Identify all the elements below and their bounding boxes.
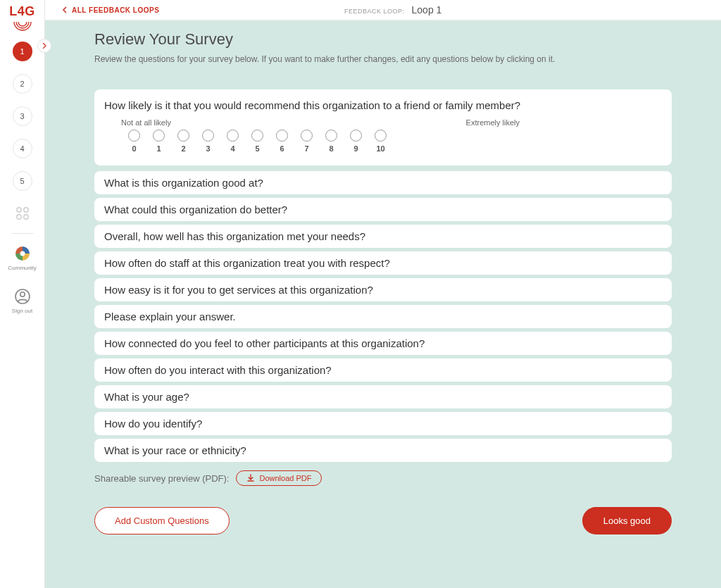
question-text: What is your age? [104, 391, 662, 403]
step-1[interactable]: 1 [13, 42, 32, 61]
scale-label-min: Not at all likely [121, 118, 171, 127]
add-custom-questions-button[interactable]: Add Custom Questions [94, 507, 230, 534]
scale-option-2[interactable]: 2 [177, 130, 189, 153]
question-card[interactable]: What is your race or ethnicity? [94, 439, 672, 462]
community-icon[interactable] [14, 245, 31, 262]
scale-value-label: 0 [132, 144, 136, 153]
signout-label[interactable]: Sign out [12, 308, 32, 314]
svg-point-3 [23, 215, 27, 219]
main-area: ALL FEEDBACK LOOPS FEEDBACK LOOP: Loop 1… [45, 0, 721, 588]
radio-icon [227, 130, 239, 142]
question-text: How do you identify? [104, 418, 662, 430]
footer-row: Add Custom Questions Looks good [94, 507, 672, 534]
scale-option-9[interactable]: 9 [350, 130, 362, 153]
scale-option-5[interactable]: 5 [251, 130, 263, 153]
scale-value-label: 10 [376, 144, 384, 153]
question-card[interactable]: Please explain your answer. [94, 305, 672, 328]
logo: L4G [9, 4, 35, 19]
scale-value-label: 2 [181, 144, 185, 153]
question-text: Overall, how well has this organization … [104, 230, 662, 242]
svg-point-1 [23, 208, 27, 212]
download-icon [246, 474, 255, 482]
question-text: Please explain your answer. [104, 311, 662, 323]
sidebar: L4G 12345 Community Sign out [0, 0, 45, 588]
logo-arc-icon [12, 20, 33, 33]
question-card-expanded[interactable]: How likely is it that you would recommen… [94, 89, 672, 165]
question-card[interactable]: Overall, how well has this organization … [94, 225, 672, 248]
community-label[interactable]: Community [8, 265, 36, 271]
radio-icon [177, 130, 189, 142]
breadcrumb-back-label: ALL FEEDBACK LOOPS [72, 6, 159, 14]
content: Review Your Survey Review the questions … [45, 20, 721, 588]
step-3[interactable]: 3 [13, 106, 32, 126]
step-4[interactable]: 4 [13, 139, 32, 158]
question-card[interactable]: How do you identify? [94, 412, 672, 435]
radio-icon [375, 130, 387, 142]
question-text: How easy is it for you to get services a… [104, 284, 662, 296]
scale-label-max: Extremely likely [466, 118, 520, 127]
scale-option-8[interactable]: 8 [325, 130, 337, 153]
step-5[interactable]: 5 [13, 171, 32, 191]
scale-option-10[interactable]: 10 [375, 130, 387, 153]
chevron-left-icon [62, 6, 68, 13]
breadcrumb-center: FEEDBACK LOOP: Loop 1 [159, 4, 627, 15]
settings-icon[interactable] [13, 204, 32, 223]
question-text: How connected do you feel to other parti… [104, 337, 662, 349]
question-card[interactable]: How connected do you feel to other parti… [94, 332, 672, 355]
step-2[interactable]: 2 [13, 74, 32, 94]
scale-value-label: 5 [255, 144, 259, 153]
radio-icon [301, 130, 313, 142]
radio-icon [276, 130, 288, 142]
radio-icon [251, 130, 263, 142]
svg-point-6 [20, 292, 24, 296]
scale-option-4[interactable]: 4 [227, 130, 239, 153]
question-text: How likely is it that you would recommen… [104, 99, 662, 111]
scale-option-1[interactable]: 1 [153, 130, 165, 153]
scale-value-label: 6 [280, 144, 284, 153]
scale-option-3[interactable]: 3 [202, 130, 214, 153]
svg-point-2 [16, 215, 20, 219]
scale-option-6[interactable]: 6 [276, 130, 288, 153]
scale-value-label: 8 [329, 144, 333, 153]
question-card[interactable]: How often do you interact with this orga… [94, 358, 672, 382]
radio-icon [153, 130, 165, 142]
question-card[interactable]: What is this organization good at? [94, 171, 672, 194]
question-card[interactable]: What could this organization do better? [94, 198, 672, 221]
scale-value-label: 7 [304, 144, 308, 153]
chevron-right-icon [42, 43, 47, 49]
sidebar-collapse-toggle[interactable] [37, 39, 51, 53]
download-pdf-label: Download PDF [259, 474, 311, 482]
scale-value-label: 4 [230, 144, 234, 153]
question-text: How often do staff at this organization … [104, 257, 662, 269]
scale-option-0[interactable]: 0 [128, 130, 140, 153]
radio-icon [325, 130, 337, 142]
radio-icon [202, 130, 214, 142]
question-text: What is your race or ethnicity? [104, 444, 662, 456]
scale-value-label: 1 [156, 144, 161, 153]
question-card[interactable]: What is your age? [94, 385, 672, 408]
svg-point-0 [16, 208, 20, 212]
looks-good-button[interactable]: Looks good [582, 507, 672, 534]
pdf-label: Shareable survey preview (PDF): [94, 473, 229, 484]
scale-value-label: 9 [353, 144, 358, 153]
user-icon[interactable] [14, 288, 31, 305]
breadcrumb-section-value: Loop 1 [412, 4, 442, 15]
download-pdf-button[interactable]: Download PDF [236, 470, 322, 486]
pdf-row: Shareable survey preview (PDF): Download… [94, 470, 672, 486]
radio-icon [128, 130, 140, 142]
question-card[interactable]: How often do staff at this organization … [94, 251, 672, 275]
question-text: What could this organization do better? [104, 204, 662, 215]
question-card[interactable]: How easy is it for you to get services a… [94, 278, 672, 301]
radio-icon [350, 130, 362, 142]
breadcrumb-back[interactable]: ALL FEEDBACK LOOPS [62, 6, 159, 14]
question-text: What is this organization good at? [104, 177, 662, 189]
page-title: Review Your Survey [94, 30, 672, 49]
breadcrumb-section-label: FEEDBACK LOOP: [344, 8, 405, 15]
topbar: ALL FEEDBACK LOOPS FEEDBACK LOOP: Loop 1 [45, 0, 721, 20]
scale-value-label: 3 [206, 144, 210, 153]
question-text: How often do you interact with this orga… [104, 364, 662, 376]
svg-point-4 [20, 251, 25, 256]
scale-option-7[interactable]: 7 [301, 130, 313, 153]
sidebar-divider [11, 233, 34, 234]
page-subtitle: Review the questions for your survey bel… [94, 54, 672, 64]
